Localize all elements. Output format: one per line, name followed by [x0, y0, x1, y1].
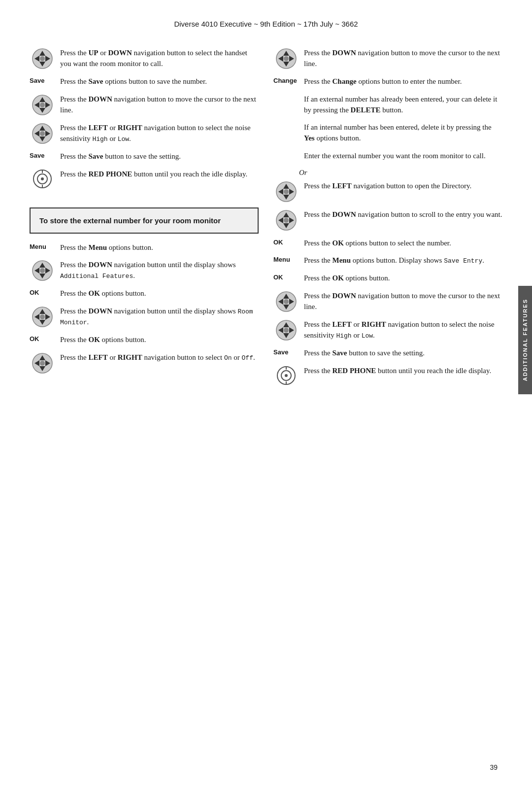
instruction-text: Press the OK options button. [60, 335, 259, 345]
svg-point-52 [284, 189, 289, 194]
nav-down-icon [275, 209, 297, 231]
instruction-text: Press the DOWN navigation button to move… [304, 48, 502, 69]
ok-label: OK [30, 289, 39, 296]
list-item: Menu Press the Menu options button. [30, 242, 259, 253]
instruction-text: Press the RED PHONE button until you rea… [60, 169, 259, 180]
nav-icon-cell [30, 94, 55, 116]
page-header: Diverse 4010 Executive ~ 9th Edition ~ 1… [30, 20, 502, 28]
svg-point-46 [284, 56, 289, 61]
save-label-cell: Save [273, 348, 299, 356]
instruction-text: Press the LEFT or RIGHT navigation butto… [60, 123, 259, 144]
nav-icon-cell [30, 123, 55, 144]
instruction-text: Press the UP or DOWN navigation button t… [60, 48, 259, 69]
ok-label-cell: OK [273, 238, 299, 246]
section-box: To store the external number for your ro… [30, 207, 259, 234]
instruction-text: Press the LEFT or RIGHT navigation butto… [60, 352, 259, 363]
instruction-text: Press the LEFT navigation button to open… [304, 181, 502, 192]
instruction-text: If an internal number has been entered, … [304, 122, 502, 144]
list-item: If an external number has already been e… [273, 94, 502, 116]
svg-point-73 [285, 374, 288, 377]
list-item: Press the DOWN navigation button to scro… [273, 209, 502, 231]
list-item: Press the LEFT or RIGHT navigation butto… [30, 123, 259, 144]
nav-down-icon [32, 94, 53, 116]
list-item: OK Press the OK options button. [30, 288, 259, 299]
instruction-text: Press the Save options button to save th… [60, 76, 259, 87]
side-tab-label: ADDITIONAL FEATURES [522, 299, 528, 381]
svg-point-64 [284, 299, 289, 304]
list-item: Press the DOWN navigation button to move… [30, 94, 259, 116]
svg-point-40 [40, 361, 45, 366]
instruction-text: Press the LEFT or RIGHT navigation butto… [304, 319, 502, 341]
red-phone-icon [276, 366, 296, 385]
list-item: Press the LEFT or RIGHT navigation butto… [30, 352, 259, 374]
instruction-text: Press the DOWN navigation button to move… [304, 291, 502, 312]
list-item: Save Press the Save button to save the s… [273, 348, 502, 359]
instruction-text: Press the Menu options button. Display s… [304, 255, 502, 266]
instruction-text: Press the DOWN navigation button to move… [60, 94, 259, 116]
ok-label-cell: OK [30, 288, 55, 296]
menu-label-cell: Menu [273, 255, 299, 263]
instruction-text: Press the DOWN navigation button until t… [60, 306, 259, 328]
svg-point-70 [284, 328, 289, 333]
svg-point-34 [40, 314, 45, 319]
red-phone-icon [33, 169, 52, 189]
list-item: Press the DOWN navigation button to move… [273, 291, 502, 312]
svg-point-11 [40, 103, 45, 107]
list-item: Save Press the Save options button to sa… [30, 76, 259, 87]
list-item: Press the LEFT or RIGHT navigation butto… [273, 319, 502, 341]
save-label: Save [30, 152, 44, 159]
instruction-text: Enter the external number you want the r… [304, 151, 502, 162]
nav-left-icon [275, 181, 297, 203]
page: Diverse 4010 Executive ~ 9th Edition ~ 1… [0, 0, 532, 791]
instruction-text: Press the Save button to save the settin… [60, 151, 259, 162]
phone-icon-cell [30, 169, 55, 189]
nav-down-icon [32, 260, 53, 281]
menu-label-cell: Menu [30, 242, 55, 250]
list-item: Press the RED PHONE button until you rea… [30, 169, 259, 189]
ok-label-cell: OK [30, 335, 55, 343]
svg-point-58 [284, 218, 289, 223]
right-column: Press the DOWN navigation button to move… [273, 48, 502, 392]
instruction-text: Press the DOWN navigation button until t… [60, 260, 259, 281]
ok-label-cell: OK [273, 273, 299, 281]
list-item: OK Press the OK options button. [273, 273, 502, 284]
nav-left-right-icon [32, 352, 53, 374]
svg-point-28 [40, 268, 45, 273]
section-box-title: To store the external number for your ro… [39, 215, 249, 226]
nav-icon-cell [273, 48, 299, 69]
list-item: Save Press the Save button to save the s… [30, 151, 259, 162]
list-item: Enter the external number you want the r… [273, 151, 502, 162]
phone-icon-cell [273, 366, 299, 385]
nav-down-icon [275, 48, 297, 69]
ok-label: OK [30, 335, 39, 343]
instruction-text: Press the Save button to save the settin… [304, 348, 502, 359]
list-item: Menu Press the Menu options button. Disp… [273, 255, 502, 266]
save-label-cell: Save [30, 76, 55, 84]
page-number: 39 [490, 763, 498, 771]
instruction-text: Press the OK options button. [304, 273, 502, 284]
nav-left-right-icon [32, 123, 53, 144]
nav-icon-cell [30, 352, 55, 374]
list-item: OK Press the OK options button. [30, 335, 259, 345]
change-label-cell: Change [273, 76, 299, 84]
nav-down-icon [275, 291, 297, 312]
list-item: Press the DOWN navigation button to move… [273, 48, 502, 69]
instruction-text: Press the Change options button to enter… [304, 76, 502, 87]
list-item: Press the DOWN navigation button until t… [30, 306, 259, 328]
list-item: Press the LEFT navigation button to open… [273, 181, 502, 203]
instruction-text: Press the DOWN navigation button to scro… [304, 209, 502, 220]
list-item: Press the RED PHONE button until you rea… [273, 366, 502, 385]
list-item: If an internal number has been entered, … [273, 122, 502, 144]
additional-features-tab: ADDITIONAL FEATURES [518, 286, 532, 394]
list-item: OK Press the OK options button to select… [273, 238, 502, 249]
list-item: Change Press the Change options button t… [273, 76, 502, 87]
svg-point-20 [41, 177, 44, 180]
nav-up-down-icon [32, 48, 53, 69]
change-label: Change [273, 77, 297, 84]
list-item: Press the UP or DOWN navigation button t… [30, 48, 259, 69]
instruction-text: Press the RED PHONE button until you rea… [304, 366, 502, 377]
ok-label: OK [273, 274, 283, 281]
save-label: Save [30, 77, 44, 84]
instruction-text: Press the OK options button to select th… [304, 238, 502, 249]
svg-point-5 [40, 56, 45, 61]
